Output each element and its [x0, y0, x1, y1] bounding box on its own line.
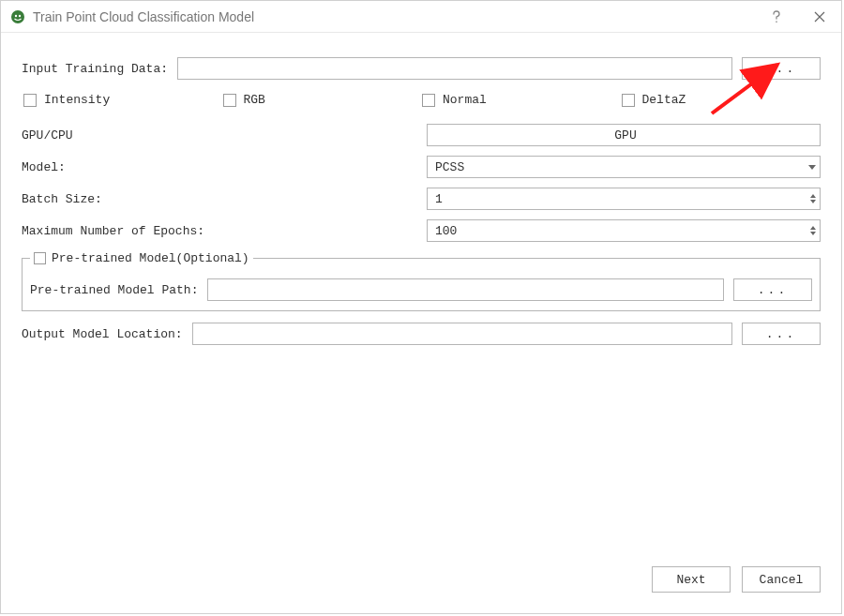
output-browse-button[interactable]: ...	[742, 323, 821, 345]
chevron-down-icon	[808, 157, 816, 177]
pretrained-group: Pre-trained Model(Optional) Pre-trained …	[22, 251, 821, 311]
pretrained-legend: Pre-trained Model(Optional)	[30, 251, 253, 265]
dialog-window: Train Point Cloud Classification Model I…	[0, 0, 842, 614]
spinner-buttons-icon	[810, 220, 816, 241]
title-bar: Train Point Cloud Classification Model	[1, 1, 841, 33]
close-button[interactable]	[798, 1, 841, 33]
max-epochs-value: 100	[435, 224, 457, 238]
help-button[interactable]	[755, 1, 798, 33]
dialog-footer: Next Cancel	[1, 566, 841, 613]
input-training-label: Input Training Data:	[22, 62, 168, 76]
spinner-buttons-icon	[810, 188, 816, 209]
batch-size-value: 1	[435, 192, 443, 206]
output-location-label: Output Model Location:	[22, 327, 183, 341]
pretrained-path-field[interactable]	[207, 278, 724, 301]
batch-size-spinner[interactable]: 1	[427, 188, 821, 210]
svg-point-0	[11, 10, 24, 23]
content-area: Input Training Data: ... Intensity RGB N…	[1, 33, 841, 566]
pretrained-path-label: Pre-trained Model Path:	[30, 283, 198, 297]
normal-label: Normal	[443, 93, 487, 107]
batch-size-label: Batch Size:	[22, 192, 427, 206]
deltaz-checkbox[interactable]	[622, 94, 635, 107]
model-select[interactable]: PCSS	[427, 156, 821, 178]
model-value: PCSS	[435, 160, 464, 174]
gpu-cpu-label: GPU/CPU	[22, 128, 427, 143]
feature-checkbox-row: Intensity RGB Normal DeltaZ	[22, 93, 821, 107]
input-training-browse-button[interactable]: ...	[742, 57, 821, 80]
max-epochs-label: Maximum Number of Epochs:	[22, 224, 427, 238]
gpu-cpu-value: GPU	[614, 128, 636, 143]
intensity-label: Intensity	[44, 93, 110, 107]
deltaz-label: DeltaZ	[642, 93, 686, 107]
max-epochs-spinner[interactable]: 100	[427, 219, 821, 242]
rgb-checkbox[interactable]	[223, 94, 236, 107]
svg-point-1	[15, 14, 17, 16]
normal-checkbox[interactable]	[422, 94, 435, 107]
cancel-button[interactable]: Cancel	[742, 566, 821, 593]
pretrained-group-label: Pre-trained Model(Optional)	[52, 251, 249, 265]
input-training-field[interactable]	[177, 57, 732, 80]
output-location-field[interactable]	[192, 323, 732, 345]
app-icon	[10, 9, 25, 24]
svg-point-2	[19, 14, 21, 16]
pretrained-enable-checkbox[interactable]	[34, 252, 46, 264]
window-title: Train Point Cloud Classification Model	[33, 9, 755, 24]
rgb-label: RGB	[244, 93, 265, 107]
gpu-cpu-select[interactable]: GPU	[427, 124, 821, 146]
model-label: Model:	[22, 160, 427, 174]
pretrained-browse-button[interactable]: ...	[733, 278, 812, 301]
intensity-checkbox[interactable]	[23, 94, 37, 107]
next-button[interactable]: Next	[652, 566, 731, 593]
